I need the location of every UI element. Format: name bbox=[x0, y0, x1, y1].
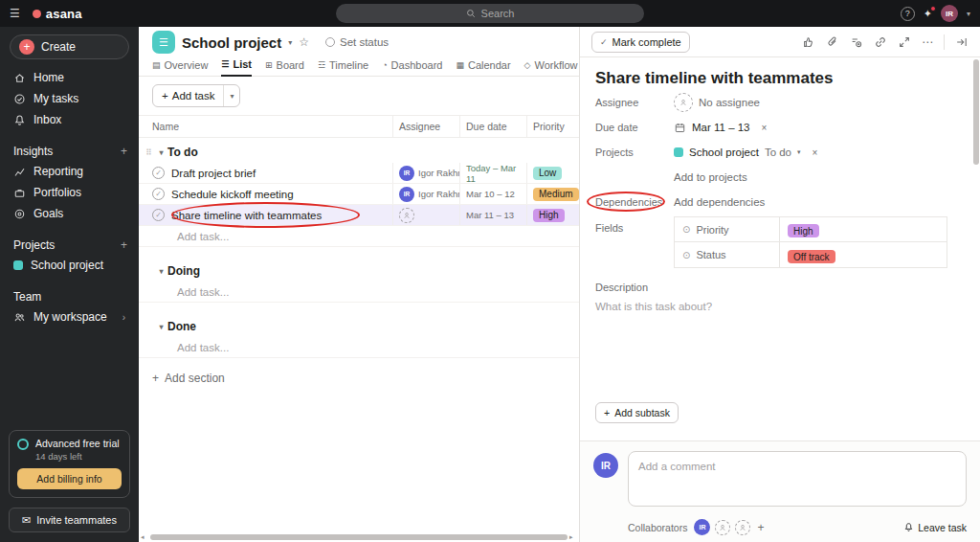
task-check-icon[interactable]: ✓ bbox=[152, 167, 165, 179]
sidebar-item-my-workspace[interactable]: My workspace › bbox=[0, 306, 139, 327]
column-header-priority[interactable]: Priority bbox=[526, 116, 579, 137]
due-date-value[interactable]: Mar 11 – 13 × bbox=[674, 122, 767, 134]
remove-project-icon[interactable]: × bbox=[813, 147, 818, 158]
mark-complete-button[interactable]: ✓ Mark complete bbox=[591, 32, 690, 53]
hamburger-menu-icon[interactable]: ☰ bbox=[10, 7, 20, 20]
horizontal-scrollbar[interactable]: ◂ ▸ bbox=[139, 532, 579, 542]
attach-paperclip-icon[interactable] bbox=[826, 35, 839, 49]
sidebar-item-my-tasks[interactable]: My tasks bbox=[0, 88, 139, 109]
like-thumbs-up-icon[interactable] bbox=[802, 35, 815, 49]
collaborator-placeholder-icon[interactable] bbox=[715, 520, 730, 535]
user-avatar[interactable]: IR bbox=[941, 5, 958, 22]
sidebar-item-school-project[interactable]: School project bbox=[0, 255, 139, 276]
add-collaborator-icon[interactable]: + bbox=[757, 521, 764, 534]
priority-badge[interactable]: High bbox=[788, 224, 819, 237]
add-to-projects-button[interactable]: Add to projects bbox=[674, 171, 747, 183]
add-task-inline[interactable]: Add task... bbox=[139, 337, 579, 358]
task-check-icon[interactable]: ✓ bbox=[152, 209, 165, 221]
description-input[interactable]: What is this task about? bbox=[595, 301, 965, 312]
scrollbar-thumb[interactable] bbox=[973, 59, 979, 165]
section-collapse-icon[interactable]: ▾ bbox=[155, 267, 167, 276]
task-row[interactable]: ✓ Schedule kickoff meeting IR Igor Rakhm… bbox=[139, 184, 579, 205]
tab-timeline[interactable]: ☲Timeline bbox=[318, 59, 368, 76]
unassigned-avatar-icon[interactable] bbox=[399, 208, 414, 223]
add-subtask-icon[interactable] bbox=[850, 35, 863, 49]
collaborator-avatar[interactable]: IR bbox=[694, 519, 710, 535]
search-input[interactable]: Search bbox=[336, 4, 644, 23]
sidebar-item-reporting[interactable]: Reporting bbox=[0, 161, 139, 182]
collaborator-placeholder-icon[interactable] bbox=[735, 520, 750, 535]
add-dependencies-button[interactable]: Add dependencies bbox=[674, 196, 765, 208]
add-task-inline[interactable]: Add task... bbox=[139, 226, 579, 247]
close-panel-icon[interactable] bbox=[955, 35, 969, 49]
sidebar-item-inbox[interactable]: Inbox bbox=[0, 109, 139, 130]
due-date[interactable]: Today – Mar 11 bbox=[466, 163, 526, 183]
ai-sparkle-icon[interactable]: ✦ bbox=[924, 8, 932, 20]
projects-value[interactable]: School project To do ▾ × bbox=[674, 147, 817, 158]
column-header-name[interactable]: Name bbox=[139, 116, 392, 137]
project-chevron-down-icon[interactable]: ▾ bbox=[288, 38, 292, 47]
insights-add-icon[interactable]: + bbox=[121, 145, 127, 158]
task-check-icon[interactable]: ✓ bbox=[152, 188, 165, 200]
column-header-due-date[interactable]: Due date bbox=[459, 116, 526, 137]
priority-badge[interactable]: Low bbox=[533, 167, 562, 180]
add-task-button[interactable]: +Add task ▾ bbox=[152, 84, 240, 107]
sidebar-item-goals[interactable]: Goals bbox=[0, 203, 139, 224]
copy-link-icon[interactable] bbox=[874, 35, 887, 49]
add-section-button[interactable]: + Add section bbox=[152, 372, 225, 385]
assignee-avatar[interactable]: IR bbox=[399, 187, 414, 202]
section-chevron-down-icon[interactable]: ▾ bbox=[797, 148, 801, 156]
project-name-text[interactable]: School project bbox=[689, 147, 759, 158]
section-header-doing[interactable]: ▾ Doing bbox=[139, 260, 579, 282]
field-row-priority[interactable]: ⊙Priority High bbox=[675, 217, 947, 242]
due-date[interactable]: Mar 11 – 13 bbox=[466, 210, 514, 220]
tab-overview[interactable]: ▤Overview bbox=[152, 59, 208, 76]
task-title[interactable]: Share timeline with teammates bbox=[595, 69, 965, 88]
section-collapse-icon[interactable]: ▾ bbox=[155, 148, 167, 157]
comment-input[interactable]: Add a comment bbox=[628, 451, 967, 507]
account-chevron-down-icon[interactable]: ▾ bbox=[967, 10, 970, 18]
workspace-chevron-icon[interactable]: › bbox=[122, 312, 125, 323]
column-header-assignee[interactable]: Assignee bbox=[392, 116, 459, 137]
projects-add-icon[interactable]: + bbox=[121, 238, 127, 252]
tab-calendar[interactable]: ▦Calendar bbox=[456, 59, 510, 76]
status-badge[interactable]: Off track bbox=[788, 250, 835, 263]
create-button[interactable]: + Create bbox=[10, 34, 129, 59]
tab-board[interactable]: ⊞Board bbox=[265, 59, 304, 76]
scrollbar-thumb[interactable] bbox=[150, 534, 568, 540]
sidebar-item-portfolios[interactable]: Portfolios bbox=[0, 182, 139, 203]
invite-teammates-button[interactable]: ✉ Invite teammates bbox=[9, 508, 130, 532]
drag-handle-icon[interactable]: ⠿ bbox=[143, 148, 155, 157]
tab-dashboard[interactable]: ◔Dashboard bbox=[382, 59, 442, 76]
tab-list[interactable]: ☰List bbox=[221, 58, 252, 77]
leave-task-button[interactable]: Leave task bbox=[903, 522, 967, 533]
remove-due-date-icon[interactable]: × bbox=[762, 123, 768, 133]
more-options-icon[interactable]: ⋯ bbox=[922, 35, 933, 49]
project-section-text[interactable]: To do bbox=[765, 147, 791, 158]
add-task-caret-icon[interactable]: ▾ bbox=[223, 85, 239, 106]
assignee-avatar[interactable]: IR bbox=[399, 166, 414, 181]
task-row-selected[interactable]: ✓ Share timeline with teammates Mar 11 –… bbox=[139, 205, 579, 226]
section-header-todo[interactable]: ⠿ ▾ To do bbox=[139, 142, 579, 163]
priority-badge[interactable]: Medium bbox=[533, 188, 579, 201]
assignee-value[interactable]: No assignee bbox=[674, 93, 760, 112]
field-row-status[interactable]: ⊙Status Off track bbox=[675, 242, 947, 267]
scroll-right-icon[interactable]: ▸ bbox=[569, 533, 577, 541]
vertical-scrollbar[interactable] bbox=[973, 59, 979, 165]
task-row[interactable]: ✓ Draft project brief IR Igor Rakhma Tod… bbox=[139, 163, 579, 184]
section-collapse-icon[interactable]: ▾ bbox=[155, 323, 167, 331]
set-status-button[interactable]: Set status bbox=[325, 36, 389, 48]
add-subtask-button[interactable]: + Add subtask bbox=[595, 402, 679, 423]
sidebar-item-home[interactable]: Home bbox=[0, 67, 139, 88]
tab-workflow[interactable]: ◇Workflow bbox=[524, 59, 578, 76]
due-date[interactable]: Mar 10 – 12 bbox=[466, 189, 515, 199]
task-name[interactable]: Schedule kickoff meeting bbox=[171, 189, 294, 200]
add-billing-info-button[interactable]: Add billing info bbox=[17, 468, 122, 489]
add-task-inline[interactable]: Add task... bbox=[139, 282, 579, 303]
task-name[interactable]: Share timeline with teammates bbox=[171, 210, 322, 221]
section-header-done[interactable]: ▾ Done bbox=[139, 316, 579, 337]
expand-fullscreen-icon[interactable] bbox=[898, 35, 911, 49]
task-name[interactable]: Draft project brief bbox=[171, 168, 256, 179]
scroll-left-icon[interactable]: ◂ bbox=[141, 533, 148, 541]
favorite-star-icon[interactable]: ☆ bbox=[299, 35, 309, 49]
